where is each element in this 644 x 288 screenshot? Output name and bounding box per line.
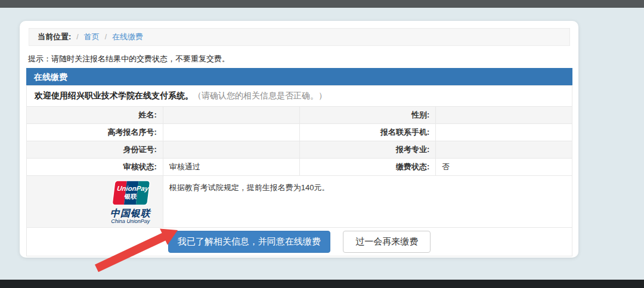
field-label-major: 报考专业: [299,141,436,159]
unionpay-name-en: China UnionPay [103,218,158,225]
panel-title: 在线缴费 [26,68,572,85]
payment-card: 当前位置: / 首页 / 在线缴费 提示：请随时关注报名结果中的交费状态，不要重… [20,21,578,258]
field-label-phone: 报名联系手机: [299,124,436,141]
breadcrumb-separator: / [76,33,78,41]
field-label-id-number: 身份证号: [27,141,163,159]
welcome-row: 欢迎使用绍兴职业技术学院在线支付系统。（请确认您的相关信息是否正确。） [27,86,572,107]
button-row: 我已了解相关信息，并同意在线缴费 过一会再来缴费 [27,228,572,256]
breadcrumb-label: 当前位置: [38,32,71,42]
pay-later-button[interactable]: 过一会再来缴费 [343,231,431,253]
field-value-phone [436,124,572,141]
fee-row: UnionPay 银联 中国银联 China UnionPay 根据教育考试院规… [27,176,572,228]
breadcrumb-link-home[interactable]: 首页 [84,32,100,42]
field-label-payment-status: 缴费状态: [299,159,436,176]
table-row: 高考报名序号: 报名联系手机: [27,124,572,141]
table-row: 姓名: 性别: [27,107,572,124]
field-value-payment-status: 否 [436,159,572,176]
agree-pay-button[interactable]: 我已了解相关信息，并同意在线缴费 [168,231,330,253]
field-value-major [436,141,572,159]
field-label-name: 姓名: [27,107,163,124]
info-table: 欢迎使用绍兴职业技术学院在线支付系统。（请确认您的相关信息是否正确。） 姓名: … [26,85,572,256]
unionpay-card-icon: UnionPay 银联 [110,180,151,206]
field-label-exam-no: 高考报名序号: [27,124,163,141]
unionpay-logo: UnionPay 银联 中国银联 China UnionPay [103,180,158,225]
unionpay-name-cn: 中国银联 [103,208,158,218]
welcome-note: （请确认您的相关信息是否正确。） [193,91,327,100]
field-value-id-number [163,141,299,159]
tip-text: 提示：请随时关注报名结果中的交费状态，不要重复交费。 [28,54,572,64]
field-value-gender [436,107,572,124]
welcome-text: 欢迎使用绍兴职业技术学院在线支付系统。 [35,91,193,100]
bottom-bar [0,280,644,288]
field-value-name [163,107,299,124]
breadcrumb: 当前位置: / 首页 / 在线缴费 [29,28,570,46]
table-row: 身份证号: 报考专业: [27,141,572,159]
fee-note: 根据教育考试院规定，提前生报名费为140元。 [163,176,572,228]
breadcrumb-link-online-payment[interactable]: 在线缴费 [112,32,143,42]
breadcrumb-separator: / [105,33,107,41]
field-label-gender: 性别: [299,107,436,124]
field-label-review-status: 审核状态: [27,159,163,176]
table-row: 审核状态: 审核通过 缴费状态: 否 [27,159,572,176]
unionpay-brand-en: UnionPay [116,185,149,192]
field-value-review-status: 审核通过 [163,159,299,176]
unionpay-brand-cn: 银联 [123,193,138,200]
top-bar [0,0,644,8]
field-value-exam-no [163,124,299,141]
